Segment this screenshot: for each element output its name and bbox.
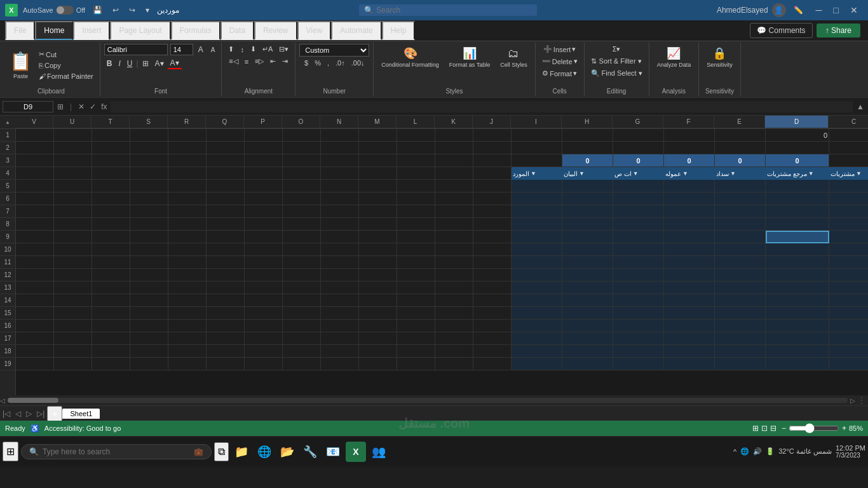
cell-m18[interactable] [359,345,397,358]
cell-j10[interactable] [473,243,512,256]
underline-button[interactable]: U [125,58,135,69]
cell-k3[interactable] [435,154,473,167]
tab-formulas[interactable]: Formulas [171,21,220,40]
cell-j3[interactable] [473,154,512,167]
font-size-input[interactable] [170,44,193,55]
cell-q11[interactable] [207,256,245,269]
cell-v5[interactable] [16,180,54,193]
cell-m7[interactable] [359,205,397,218]
cell-s6[interactable] [130,193,168,205]
bold-button[interactable]: B [104,58,115,69]
cell-o17[interactable] [283,332,321,345]
cell-f1[interactable] [664,129,715,142]
cell-d15[interactable] [766,307,829,320]
cell-n15[interactable] [321,307,359,320]
cell-r13[interactable] [168,281,207,294]
cell-j17[interactable] [473,332,512,345]
cell-r11[interactable] [168,256,207,269]
cell-s9[interactable] [130,231,168,243]
cell-s4[interactable] [130,167,168,180]
tab-home[interactable]: Home [35,21,73,40]
start-button[interactable]: ⊞ [3,442,18,461]
cell-n19[interactable] [321,358,359,370]
cell-c1[interactable] [829,129,868,142]
delete-button[interactable]: ➖ Delete ▾ [539,56,580,67]
close-button[interactable]: ✕ [845,4,863,17]
cell-j11[interactable] [473,256,512,269]
cell-i6[interactable] [512,193,562,205]
comma-button[interactable]: , [325,58,332,68]
cell-e6[interactable] [715,193,766,205]
cell-q8[interactable] [207,218,245,231]
cell-q12[interactable] [207,269,245,281]
cell-d19[interactable] [766,358,829,370]
share-button[interactable]: ↑ Share [817,24,860,37]
cell-r10[interactable] [168,243,207,256]
cell-g11[interactable] [613,256,664,269]
scroll-right-button[interactable]: ▷ [850,397,855,404]
cell-f11[interactable] [664,256,715,269]
cell-u10[interactable] [54,243,92,256]
font-grow-button[interactable]: A [196,44,206,55]
tab-page-layout[interactable]: Page Layout [110,21,170,40]
cell-i16[interactable] [512,320,562,332]
cell-c9[interactable] [829,231,868,243]
cell-s12[interactable] [130,269,168,281]
cell-u19[interactable] [54,358,92,370]
add-sheet-button[interactable]: + [47,406,62,421]
cell-h18[interactable] [562,345,613,358]
view-normal-button[interactable]: ⊞ [752,424,759,433]
undo-button[interactable]: ↩ [110,4,121,16]
cell-l2[interactable] [397,142,435,154]
cell-o12[interactable] [283,269,321,281]
cell-p15[interactable] [245,307,283,320]
cell-i3[interactable] [512,154,562,167]
cell-j7[interactable] [473,205,512,218]
cell-p14[interactable] [245,294,283,307]
cell-j19[interactable] [473,358,512,370]
cell-d10[interactable] [766,243,829,256]
cell-m6[interactable] [359,193,397,205]
dropdown-icon[interactable]: ▼ [808,170,814,177]
cell-k5[interactable] [435,180,473,193]
cell-n14[interactable] [321,294,359,307]
dropdown-icon[interactable]: ▼ [856,170,862,177]
select-all-button[interactable]: ▲ [5,119,10,125]
sort-filter-button[interactable]: ⇅ Sort & Filter ▾ [588,56,644,67]
cell-h5[interactable] [562,180,613,193]
minimize-button[interactable]: ─ [811,4,827,17]
cell-r19[interactable] [168,358,207,370]
cell-k15[interactable] [435,307,473,320]
cell-e3[interactable]: 0 [715,154,766,167]
cell-n17[interactable] [321,332,359,345]
cell-q16[interactable] [207,320,245,332]
cell-c4-header[interactable]: ▼ مشتريات [829,167,868,180]
cell-t4[interactable] [92,167,130,180]
cell-e4-header[interactable]: ▼ سداد [715,167,766,180]
taskbar-search-input[interactable] [43,447,190,456]
cell-s7[interactable] [130,205,168,218]
cell-l11[interactable] [397,256,435,269]
cell-j16[interactable] [473,320,512,332]
cell-f10[interactable] [664,243,715,256]
cell-m15[interactable] [359,307,397,320]
cell-c5[interactable] [829,180,868,193]
cell-k18[interactable] [435,345,473,358]
cell-o13[interactable] [283,281,321,294]
cell-v17[interactable] [16,332,54,345]
cell-j13[interactable] [473,281,512,294]
cell-n4[interactable] [321,167,359,180]
autosave-track[interactable] [56,6,74,15]
cell-l3[interactable] [397,154,435,167]
cell-s11[interactable] [130,256,168,269]
tab-help[interactable]: Help [382,21,416,40]
cell-s5[interactable] [130,180,168,193]
italic-button[interactable]: I [116,58,123,69]
cell-i10[interactable] [512,243,562,256]
cell-s19[interactable] [130,358,168,370]
cell-g9[interactable] [613,231,664,243]
cell-j12[interactable] [473,269,512,281]
cell-c14[interactable] [829,294,868,307]
cell-v8[interactable] [16,218,54,231]
insert-button[interactable]: ➕ Insert ▾ [541,44,579,55]
